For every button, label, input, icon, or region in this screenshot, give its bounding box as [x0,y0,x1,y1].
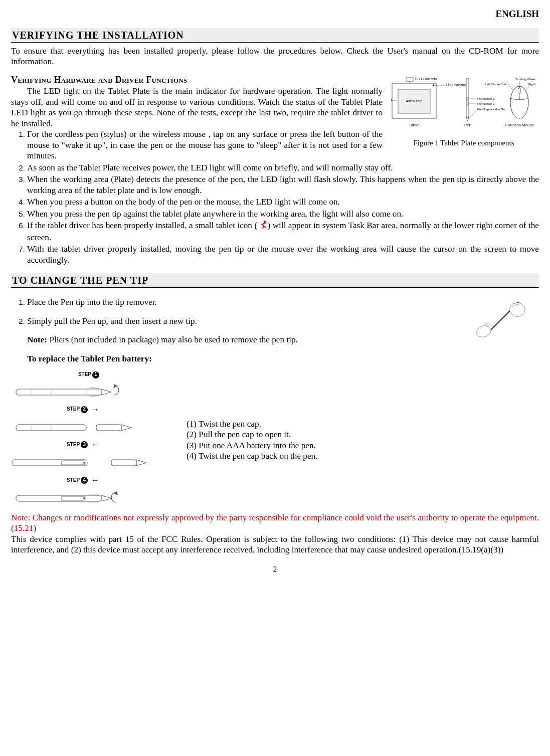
svg-rect-2 [406,77,413,81]
section-title-pentip: TO CHANGE THE PEN TIP [11,273,539,288]
diagram-pennib-label: Pen Replaceable Nib [477,108,506,111]
svg-rect-33 [96,425,121,431]
verify-step-7: With the tablet driver properly installe… [27,244,539,265]
svg-rect-9 [467,97,468,100]
svg-point-39 [83,462,85,464]
svg-line-19 [525,85,530,90]
pentip-note: Note: Pliers (not included in package) m… [11,334,460,345]
diagram-lmb-label: Left Mouse Button [485,83,509,86]
battery-step-2: (2) Pull the pen cap to open it. [187,429,317,440]
verify-step-1: For the cordless pen (stylus) or the wir… [27,129,383,161]
svg-rect-40 [111,460,136,466]
section-title-verifying: VERIFYING THE INSTALLATION [11,28,539,43]
subheading-hardware: Verifying Hardware and Driver Functions [11,74,383,86]
diagram-penbtn1-label: Pen Button 1 [477,97,495,100]
diagram-scroll-label: Scolling Wheel [515,78,535,81]
battery-steps-illustration: STEP1 STEP2 → STEP3 ← [11,368,161,512]
svg-point-4 [433,84,435,86]
svg-marker-24 [113,384,117,388]
page-number: 2 [11,564,539,575]
replace-battery-heading: To replace the Tablet Pen battery: [11,353,460,364]
diagram-rmb-label: Right Mouse Button [528,83,536,86]
battery-step-1: (1) Twist the pen cap. [187,419,317,430]
svg-rect-38 [61,461,85,465]
svg-marker-41 [136,460,146,466]
figure-1-caption: Figure 1 Tablet Plate components [389,138,539,148]
pentip-step-2: Simply pull the Pen up, and then insert … [27,316,460,327]
svg-marker-34 [121,425,131,431]
pentip-step-1: Place the Pen tip into the tip remover. [27,297,460,308]
svg-marker-43 [101,495,111,501]
diagram-active-area-label: Active Area [406,99,423,103]
verify-step-3: When the working area (Plate) detects th… [27,174,539,196]
diagram-usb-label: USB Connector [415,77,438,81]
tablet-components-diagram: Active Area USB Connector LED Indicator … [391,74,536,135]
diagram-led-label: LED Indicator [446,83,466,87]
svg-line-18 [508,85,513,90]
verify-step-6: If the tablet driver has been properly i… [27,220,539,243]
fcc-note-black: This device complies with part 15 of the… [11,534,539,555]
intro-paragraph: To ensure that everything has been insta… [11,46,539,67]
diagram-penbtn2-label: Pen Button 2 [477,102,495,105]
verify-step-4: When you press a button on the body of t… [27,197,539,208]
fcc-note-red: Note: Changes or modifications not expre… [11,512,539,534]
battery-step-3: (3) Put one AAA battery into the pen. [187,440,317,451]
pentip-hands-illustration [471,297,531,342]
svg-marker-46 [114,491,118,495]
diagram-pen-label: Pen [464,123,471,127]
diagram-hotcell-label: Hot-cell [391,98,392,102]
svg-marker-23 [101,389,111,395]
language-header: ENGLISH [11,8,539,20]
verify-step-2: As soon as the Tablet Plate receives pow… [27,162,539,173]
svg-rect-42 [16,495,101,501]
diagram-tablet-label: Tablet [409,123,420,127]
verify-step-5: When you press the pen tip against the t… [27,209,539,220]
running-man-icon [260,220,268,232]
svg-rect-16 [518,88,521,93]
svg-line-13 [468,110,476,119]
svg-rect-10 [467,102,468,105]
diagram-mouse-label: Cordless Mouse [505,123,534,127]
svg-rect-22 [16,389,101,395]
hardware-paragraph: The LED light on the Tablet Plate is the… [11,86,383,129]
svg-rect-44 [61,496,85,500]
svg-point-45 [83,497,85,499]
battery-step-4: (4) Twist the pen cap back on the pen. [187,451,317,462]
